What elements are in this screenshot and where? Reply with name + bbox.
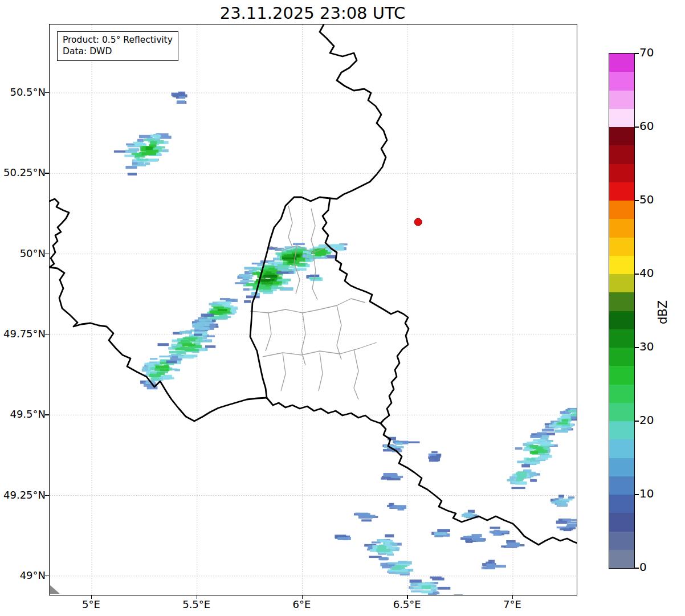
colorbar-tickmark: [635, 127, 639, 128]
radar-echo-cell: [562, 519, 577, 521]
radar-echo-cell: [264, 279, 274, 281]
radar-echo-cell: [246, 296, 260, 299]
radar-echo-layer: [114, 92, 577, 595]
radar-echo-cell: [114, 150, 126, 153]
radar-echo-cell: [242, 275, 254, 277]
radar-echo-cell: [200, 322, 213, 324]
colorbar-segment: [609, 109, 634, 127]
colorbar-segment: [609, 366, 634, 384]
radar-echo-cell: [486, 564, 495, 566]
radar-echo-cell: [568, 496, 574, 499]
radar-echo-cell: [482, 566, 495, 569]
radar-echo-cell: [523, 460, 530, 463]
radar-echo-cell: [177, 348, 184, 350]
radar-echo-cell: [394, 507, 406, 509]
radar-echo-cell: [516, 479, 523, 482]
radar-echo-cell: [293, 243, 305, 245]
radar-echo-cell: [288, 271, 293, 274]
radar-echo-cell: [136, 143, 145, 145]
admin-border-line: [281, 353, 286, 391]
radar-echo-cell: [437, 587, 450, 590]
radar-echo-cell: [164, 375, 172, 378]
radar-echo-cell: [507, 543, 520, 546]
radar-echo-cell: [177, 100, 185, 104]
radar-echo-cell: [492, 532, 499, 533]
admin-border-line: [288, 206, 292, 247]
admin-border-line: [354, 349, 358, 399]
radar-echo-cell: [557, 527, 569, 528]
radar-echo-cell: [240, 280, 254, 283]
radar-echo-cell: [179, 96, 185, 99]
radar-echo-cell: [571, 414, 577, 417]
x-axis-tick-label: 7°E: [487, 598, 538, 610]
radar-echo-cell: [166, 361, 177, 364]
x-axis-tick-label: 6.5°E: [381, 598, 433, 610]
radar-echo-cell: [128, 173, 137, 176]
radar-echo-cell: [414, 586, 422, 589]
radar-echo-cell: [243, 277, 252, 279]
radar-echo-cell: [142, 152, 156, 155]
radar-echo-cell: [557, 503, 567, 506]
radar-echo-cell: [184, 341, 191, 344]
colorbar-tickmark: [635, 421, 639, 422]
radar-echo-cell: [532, 462, 540, 464]
radar-echo-cell: [567, 521, 577, 523]
radar-echo-cell: [220, 298, 230, 300]
colorbar-segment: [609, 532, 634, 550]
radar-echo-cell: [511, 487, 525, 489]
radar-echo-cell: [385, 535, 394, 538]
radar-echo-cell: [418, 584, 432, 586]
radar-echo-cell: [544, 429, 553, 430]
colorbar-segment: [609, 385, 634, 403]
radar-echo-cell: [385, 542, 390, 545]
colorbar-segment: [609, 292, 634, 311]
y-axis-tickmark: [45, 334, 49, 334]
radar-echo-cell: [264, 275, 276, 278]
colorbar-segment: [609, 256, 634, 274]
radar-echo-cell: [184, 337, 198, 339]
colorbar-segment: [609, 495, 634, 513]
radar-echo-cell: [562, 419, 569, 422]
colorbar-tickmark: [635, 200, 639, 201]
radar-echo-cell: [554, 430, 568, 433]
radar-echo-cell: [556, 521, 567, 524]
radar-echo-cell: [218, 309, 227, 311]
colorbar-segment: [609, 513, 634, 531]
colorbar-segment: [609, 550, 634, 568]
radar-echo-cell: [422, 585, 431, 589]
radar-echo-cell: [213, 307, 223, 309]
colorbar-segment: [609, 439, 634, 458]
radar-figure: 23.11.2025 23:08 UTC Product: 0.5° Refle…: [0, 0, 685, 616]
colorbar-segment: [609, 311, 634, 329]
radar-echo-cell: [521, 464, 530, 467]
admin-border-line: [301, 313, 305, 365]
radar-echo-cell: [379, 547, 386, 550]
radar-echo-cell: [490, 527, 500, 529]
radar-echo-cell: [410, 580, 422, 583]
radar-echo-cell: [154, 136, 160, 139]
radar-echo-cell: [158, 343, 169, 346]
radar-echo-cell: [516, 472, 527, 475]
colorbar-segment: [609, 182, 634, 201]
y-axis-tick-label: 49°N: [0, 569, 46, 581]
radar-echo-cell: [392, 475, 398, 478]
colorbar-tickmark: [635, 347, 639, 348]
radar-echo-cell: [163, 377, 174, 380]
y-axis-tick-label: 49.5°N: [0, 408, 46, 420]
product-info-box: Product: 0.5° Reflectivity Data: DWD: [57, 31, 178, 61]
radar-echo-cell: [466, 541, 472, 543]
radar-echo-cell: [568, 410, 577, 413]
radar-echo-cell: [558, 495, 564, 497]
corner-coastline-wedge: [50, 585, 60, 594]
radar-echo-cell: [559, 499, 573, 500]
border-belgium-germany: [320, 25, 387, 199]
y-axis-tick-label: 50.25°N: [0, 166, 46, 178]
radar-echo-cell: [527, 442, 538, 444]
x-axis-tick-label: 5°E: [66, 598, 117, 610]
colorbar-tick-label: 50: [639, 193, 654, 206]
radar-echo-cell: [150, 141, 157, 144]
radar-echo-cell: [538, 456, 548, 460]
radar-echo-cell: [430, 455, 441, 458]
map-plot-area: [49, 24, 577, 595]
data-source-line: Data: DWD: [63, 46, 173, 57]
